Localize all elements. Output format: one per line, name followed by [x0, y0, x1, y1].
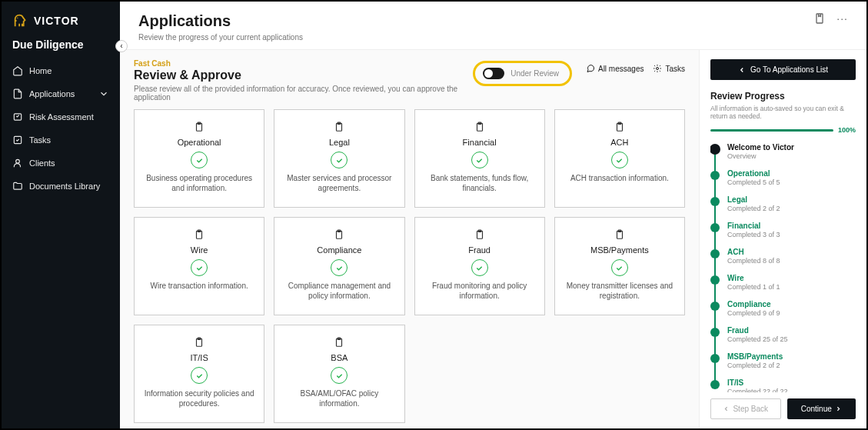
check-circle-icon: [471, 259, 488, 276]
timeline-step[interactable]: Wire Completed 1 of 1: [710, 274, 856, 291]
check-icon: [12, 135, 23, 145]
timeline-step[interactable]: Financial Completed 3 of 3: [710, 222, 856, 238]
timeline-sub: Completed 8 of 8: [727, 257, 856, 265]
card-title: IT/IS: [191, 353, 208, 362]
nav-tasks[interactable]: Tasks: [2, 129, 120, 151]
check-circle-icon: [331, 152, 348, 168]
timeline-title: MSB/Payments: [727, 352, 856, 361]
timeline-dot: [710, 171, 720, 180]
status-toggle-highlight: Under Review: [473, 61, 572, 86]
card-title: Fraud: [468, 245, 491, 255]
step-back-button: Step Back: [710, 398, 781, 419]
timeline-step[interactable]: IT/IS Completed 22 of 22: [710, 378, 856, 392]
lion-icon: [12, 12, 29, 29]
timeline-dot: [710, 328, 720, 337]
nav-applications[interactable]: Applications: [2, 83, 120, 105]
status-toggle[interactable]: [483, 68, 504, 79]
category-card[interactable]: ACH ACH transaction information.: [554, 109, 685, 208]
home-icon: [12, 65, 23, 76]
progress-sub: All information is auto-saved so you can…: [710, 105, 856, 120]
nav-clients[interactable]: Clients: [2, 152, 120, 174]
check-circle-icon: [471, 152, 488, 168]
card-description: Fraud monitoring and policy information.: [423, 281, 537, 301]
category-card[interactable]: Fraud Fraud monitoring and policy inform…: [414, 217, 545, 315]
card-title: Compliance: [317, 245, 361, 255]
timeline-step[interactable]: Legal Completed 2 of 2: [710, 195, 856, 212]
category-card[interactable]: Wire Wire transaction information.: [134, 217, 264, 315]
category-card[interactable]: IT/IS Information security policies and …: [134, 325, 264, 423]
card-title: Wire: [191, 245, 208, 255]
page-subtitle: Review the progress of your current appl…: [138, 33, 303, 42]
timeline-sub: Completed 1 of 1: [727, 283, 856, 291]
review-progress-panel: Go To Applications List Review Progress …: [699, 50, 866, 428]
category-card[interactable]: Financial Bank statements, funds flow, f…: [414, 109, 545, 208]
sidebar-collapse-toggle[interactable]: [115, 40, 128, 52]
clipboard-icon: [334, 121, 344, 133]
continue-button[interactable]: Continue: [787, 398, 856, 419]
chevron-down-icon: [98, 88, 109, 99]
go-to-applications-button[interactable]: Go To Applications List: [710, 59, 856, 80]
nav-risk[interactable]: Risk Assessment: [2, 106, 120, 128]
category-card[interactable]: Compliance Compliance management and pol…: [274, 217, 404, 315]
card-description: BSA/AML/OFAC policy information.: [282, 388, 396, 408]
user-icon: [12, 158, 23, 168]
timeline-dot: [710, 144, 720, 155]
card-title: ACH: [610, 138, 628, 147]
timeline-dot: [710, 223, 720, 232]
progress-timeline: Welcome to Victor Overview Operational C…: [710, 143, 856, 392]
nav: Home Applications Risk Assessment Tasks …: [2, 60, 120, 197]
card-title: Operational: [178, 138, 221, 147]
tasks-link[interactable]: Tasks: [653, 64, 685, 73]
nav-home[interactable]: Home: [2, 60, 120, 82]
timeline-step[interactable]: ACH Completed 8 of 8: [710, 248, 856, 265]
shield-icon: [12, 112, 23, 122]
timeline-title: Wire: [727, 274, 856, 282]
nav-documents[interactable]: Documents Library: [2, 175, 120, 197]
timeline-step[interactable]: Operational Completed 5 of 5: [710, 169, 856, 186]
topbar: Applications Review the progress of your…: [120, 2, 866, 50]
category-card[interactable]: MSB/Payments Money transmitter licenses …: [554, 217, 685, 315]
category-card[interactable]: Operational Business operating procedure…: [134, 109, 264, 208]
timeline-step[interactable]: Fraud Completed 25 of 25: [710, 326, 856, 343]
category-card[interactable]: BSA BSA/AML/OFAC policy information.: [274, 325, 404, 423]
timeline-step[interactable]: Welcome to Victor Overview: [710, 143, 856, 160]
card-description: Compliance management and policy informa…: [282, 281, 396, 301]
card-title: Financial: [463, 138, 497, 147]
check-circle-icon: [191, 259, 208, 276]
card-description: Money transmitter licenses and registrat…: [563, 281, 677, 301]
product-name: Due Diligence: [2, 37, 120, 60]
nav-label: Documents Library: [29, 182, 100, 191]
folder-icon: [12, 181, 23, 192]
timeline-dot: [710, 302, 720, 311]
timeline-title: ACH: [727, 248, 856, 256]
brand-name: VICTOR: [34, 15, 79, 27]
clipboard-icon: [614, 228, 625, 241]
clipboard-icon: [614, 121, 625, 133]
more-icon[interactable]: ···: [836, 12, 848, 25]
card-description: Bank statements, funds flow, financials.: [423, 173, 537, 193]
timeline-step[interactable]: MSB/Payments Completed 2 of 2: [710, 352, 856, 369]
clipboard-icon: [334, 228, 344, 241]
timeline-sub: Completed 3 of 3: [727, 231, 856, 238]
timeline-title: IT/IS: [727, 378, 856, 387]
timeline-dot: [710, 197, 720, 206]
card-description: Master services and processor agreements…: [282, 173, 396, 193]
timeline-step[interactable]: Compliance Completed 9 of 9: [710, 300, 856, 317]
svg-point-2: [16, 159, 20, 163]
category-card[interactable]: Legal Master services and processor agre…: [274, 109, 404, 208]
progress-percent: 100%: [838, 126, 856, 134]
check-circle-icon: [611, 152, 628, 168]
check-circle-icon: [611, 259, 628, 276]
timeline-dot: [710, 249, 720, 258]
timeline-sub: Completed 5 of 5: [727, 178, 856, 186]
file-icon: [12, 88, 23, 99]
clipboard-icon: [334, 336, 344, 348]
bookmark-icon[interactable]: [813, 12, 826, 25]
clipboard-icon: [474, 228, 485, 241]
merchant-tag: Fast Cash: [134, 59, 459, 68]
clipboard-icon: [474, 121, 485, 133]
timeline-dot: [710, 354, 720, 363]
chat-icon: [586, 64, 595, 73]
all-messages-link[interactable]: All messages: [586, 64, 644, 73]
timeline-sub: Overview: [727, 152, 856, 160]
